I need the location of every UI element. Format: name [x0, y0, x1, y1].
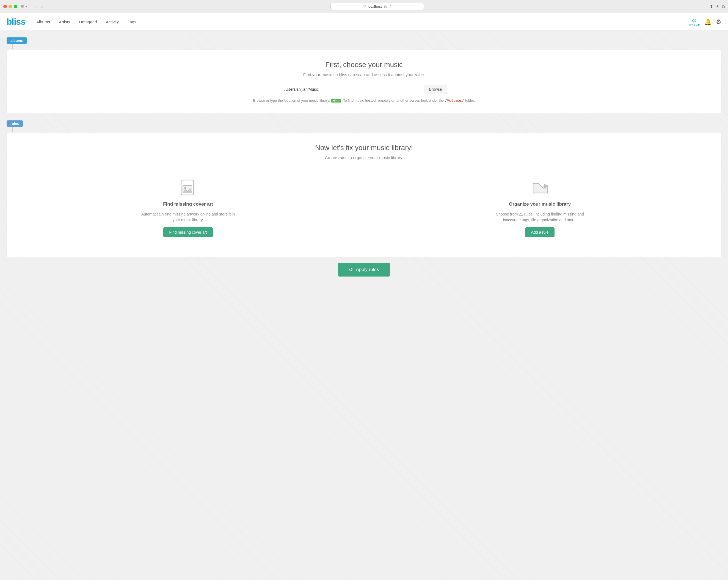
close-button[interactable]: [3, 5, 7, 8]
cover-art-title: Find missing cover art: [163, 202, 213, 207]
hint-row: Browse or type the location of your musi…: [12, 98, 716, 103]
fixes-left[interactable]: ∞ fixes left: [689, 17, 700, 27]
music-path-row: Browse: [12, 85, 716, 94]
rules-card: Now let's fix your music library! Create…: [7, 132, 721, 257]
fixes-left-label: fixes left: [689, 23, 700, 27]
reload-icon[interactable]: ↺: [388, 4, 391, 8]
app-logo[interactable]: bliss: [7, 17, 25, 27]
nav-link-tags[interactable]: Tags: [128, 20, 136, 24]
infinity-icon: ∞: [692, 17, 696, 23]
back-button[interactable]: ‹: [33, 4, 37, 9]
rules-badge: rules: [7, 121, 23, 127]
albums-badge: albums: [7, 37, 27, 44]
nav-link-albums[interactable]: Albums: [36, 20, 50, 24]
tab-bar: ⊞ ▾: [21, 4, 27, 9]
reader-icon: ⊡: [384, 5, 387, 8]
albums-card: First, choose your music Find your music…: [7, 49, 721, 114]
tab-grid-icon: ⊞: [21, 4, 24, 9]
organize-title: Organize your music library: [509, 202, 571, 207]
refresh-icon: ↺: [349, 267, 353, 273]
cover-art-rule: Find missing cover art Automatically fin…: [12, 169, 364, 246]
apply-rules-row: ↺ Apply rules: [7, 263, 721, 282]
nav-link-artists[interactable]: Artists: [59, 20, 70, 24]
hint-badge: Hint!: [331, 99, 341, 103]
nav-links: Albums Artists Untagged Activity Tags: [36, 20, 689, 24]
svg-point-2: [184, 187, 186, 189]
cover-art-desc: Automatically find missing artwork onlin…: [138, 211, 237, 223]
fullscreen-button[interactable]: [14, 5, 17, 8]
gear-icon[interactable]: ⚙: [716, 19, 721, 26]
minimize-button[interactable]: [8, 5, 12, 8]
url-text: localhost: [368, 4, 382, 8]
browser-actions: ⬆ + ⧉: [709, 4, 725, 9]
nav-link-activity[interactable]: Activity: [106, 20, 119, 24]
organize-rule: Organize your music library Choose from …: [364, 169, 716, 246]
add-rule-button[interactable]: Add a rule: [525, 227, 555, 237]
rules-connector: [12, 127, 12, 132]
cover-art-icon: [178, 178, 198, 197]
rules-title: Now let's fix your music library!: [12, 143, 716, 152]
tabs-icon[interactable]: ⧉: [722, 4, 725, 9]
music-path-input[interactable]: [281, 85, 424, 94]
albums-connector: [12, 44, 12, 49]
main-content: albums First, choose your music Find you…: [0, 31, 728, 580]
security-icon: 🛡: [363, 5, 366, 8]
browser-chrome: ⊞ ▾ ‹ › 🛡 localhost ⊡ ↺ ⬆ + ⧉: [0, 0, 728, 13]
traffic-lights: [3, 5, 17, 8]
volumes-path: /Volumes/: [445, 98, 464, 103]
rules-subtitle: Create rules to organize your music libr…: [12, 155, 716, 160]
nav-link-untagged[interactable]: Untagged: [79, 20, 97, 24]
browse-button[interactable]: Browse: [424, 85, 447, 94]
apply-rules-button[interactable]: ↺ Apply rules: [338, 263, 390, 276]
address-bar[interactable]: 🛡 localhost ⊡ ↺: [331, 3, 424, 10]
albums-title: First, choose your music: [12, 60, 716, 69]
new-tab-icon[interactable]: +: [716, 4, 719, 9]
nav-right: ∞ fixes left 🔔 ⚙: [689, 17, 721, 27]
bell-icon[interactable]: 🔔: [704, 19, 711, 26]
browser-nav: ‹ ›: [33, 4, 45, 9]
organize-desc: Choose from 21 rules, including finding …: [491, 211, 590, 223]
organize-icon: [530, 178, 550, 197]
share-icon[interactable]: ⬆: [709, 4, 713, 9]
forward-button[interactable]: ›: [40, 4, 44, 9]
app-navbar: bliss Albums Artists Untagged Activity T…: [0, 13, 728, 31]
apply-rules-label: Apply rules: [356, 267, 379, 272]
rules-grid: Find missing cover art Automatically fin…: [12, 169, 716, 246]
albums-section: albums First, choose your music Find you…: [7, 37, 721, 114]
albums-subtitle: Find your music so bliss can scan and as…: [12, 72, 716, 77]
rules-section: rules Now let's fix your music library! …: [7, 121, 721, 282]
find-cover-art-button[interactable]: Find missing cover art: [163, 227, 213, 237]
tab-chevron-icon[interactable]: ▾: [25, 4, 27, 8]
